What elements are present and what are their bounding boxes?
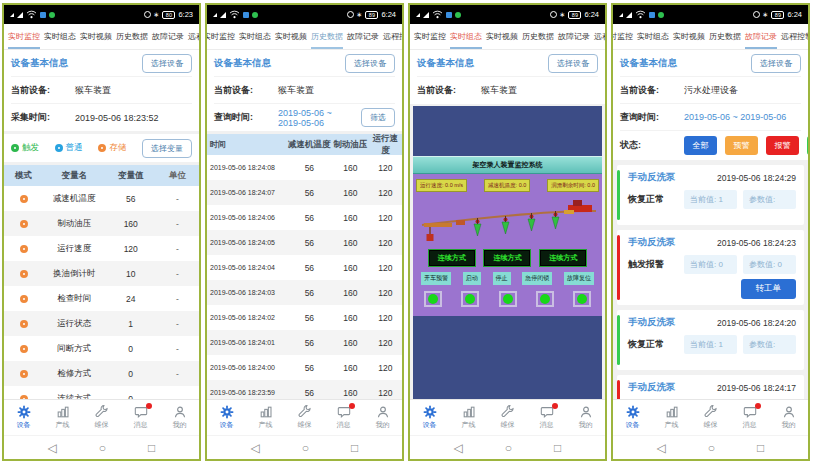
tab[interactable]: 实时监控 xyxy=(8,25,40,49)
tab[interactable]: 实时监控 xyxy=(414,25,446,49)
scada-mode-button[interactable]: 连续方式 xyxy=(540,250,586,266)
tab[interactable]: 实时组态 xyxy=(239,25,271,49)
tab[interactable]: 故障记录 xyxy=(745,25,777,49)
tab[interactable]: 故障记录 xyxy=(558,25,590,49)
to-workorder-button[interactable]: 转工单 xyxy=(741,279,797,299)
nav-maintenance[interactable]: 维保 xyxy=(285,405,324,430)
status-filter-button[interactable]: 预警 xyxy=(725,136,758,155)
scada-indicator[interactable] xyxy=(461,291,479,307)
tab[interactable]: 实时组态 xyxy=(44,25,76,49)
status-filter-button[interactable]: 恢复 xyxy=(807,136,808,155)
tab[interactable]: 实时视频 xyxy=(80,25,112,49)
tab[interactable]: 远程控制 xyxy=(781,25,808,49)
home-icon[interactable]: ○ xyxy=(505,441,512,455)
content-area: 设备基本信息 选择设备 当前设备: 猴车装置 采集时间: 2019-05-06 … xyxy=(4,50,199,399)
tab[interactable]: 实时监控 xyxy=(613,25,633,49)
notification-icon-blue xyxy=(649,12,655,18)
tab[interactable]: 实时视频 xyxy=(673,25,705,49)
nav-device[interactable]: 设备 xyxy=(410,405,449,430)
recents-icon[interactable]: □ xyxy=(148,441,155,455)
mode-toggle[interactable]: 普通 xyxy=(55,142,99,154)
select-device-button[interactable]: 选择设备 xyxy=(345,54,395,73)
nav-message[interactable]: 消息 xyxy=(324,405,363,430)
notification-icon-green xyxy=(49,12,55,18)
bluetooth-icon: ∗ xyxy=(154,11,160,18)
bluetooth-icon: ∗ xyxy=(357,11,363,18)
recents-icon[interactable]: □ xyxy=(757,441,764,455)
status-filter-button[interactable]: 报警 xyxy=(766,136,799,155)
clock-time: 6:24 xyxy=(381,10,396,19)
select-device-button[interactable]: 选择设备 xyxy=(142,54,192,73)
nav-maintenance[interactable]: 维保 xyxy=(488,405,527,430)
nav-message[interactable]: 消息 xyxy=(527,405,566,430)
back-icon[interactable]: ◁ xyxy=(48,441,57,455)
nav-mine[interactable]: 我的 xyxy=(363,405,402,430)
tab[interactable]: 故障记录 xyxy=(347,25,379,49)
variable-unit: - xyxy=(156,294,199,304)
tab[interactable]: 实时视频 xyxy=(275,25,307,49)
home-icon[interactable]: ○ xyxy=(708,441,715,455)
tab[interactable]: 历史数据 xyxy=(116,25,148,49)
scada-indicator[interactable] xyxy=(573,291,591,307)
select-variable-button[interactable]: 选择变量 xyxy=(142,139,192,158)
mode-toggle[interactable]: 存储 xyxy=(98,142,142,154)
tab[interactable]: 历史数据 xyxy=(709,25,741,49)
tab[interactable]: 远程控制 xyxy=(188,25,199,49)
tab[interactable]: 实时组态 xyxy=(450,25,482,49)
history-row: 2019-05-06 18:23:59 56 160 120 xyxy=(207,380,402,399)
history-time: 2019-05-06 18:24:02 xyxy=(207,314,287,321)
recents-icon[interactable]: □ xyxy=(351,441,358,455)
wifi-icon xyxy=(229,10,240,19)
nav-production-line[interactable]: 产线 xyxy=(246,405,285,430)
tab[interactable]: 实时监控 xyxy=(207,25,235,49)
nav-device[interactable]: 设备 xyxy=(613,405,652,430)
tab[interactable]: 实时视频 xyxy=(486,25,518,49)
status-filter-button[interactable]: 全部 xyxy=(684,136,717,155)
scada-mode-button[interactable]: 连续方式 xyxy=(484,250,530,266)
nav-production-line[interactable]: 产线 xyxy=(43,405,82,430)
bottom-nav: 设备 产线 维保 消息 我的 xyxy=(4,399,199,435)
nav-maintenance[interactable]: 维保 xyxy=(82,405,121,430)
tab[interactable]: 远程控制 xyxy=(594,25,605,49)
recents-icon[interactable]: □ xyxy=(554,441,561,455)
scada-title: 架空乘人装置监控系统 xyxy=(413,156,602,174)
tab[interactable]: 远程控制 xyxy=(383,25,402,49)
tab[interactable]: 实时组态 xyxy=(637,25,669,49)
collect-time-value: 2019-05-06 18:23:52 xyxy=(75,113,159,123)
nav-mine[interactable]: 我的 xyxy=(769,405,808,430)
fault-status: 恢复正常 xyxy=(628,338,678,351)
variable-row: 连续方式 0 - xyxy=(4,386,199,399)
scada-indicator[interactable] xyxy=(536,291,554,307)
signal-icon xyxy=(416,13,420,17)
nav-device[interactable]: 设备 xyxy=(207,405,246,430)
query-time-label: 查询时间: xyxy=(620,111,680,124)
select-device-button[interactable]: 选择设备 xyxy=(548,54,598,73)
nav-message[interactable]: 消息 xyxy=(730,405,769,430)
nav-mine[interactable]: 我的 xyxy=(566,405,605,430)
back-icon[interactable]: ◁ xyxy=(251,441,260,455)
scada-mode-button[interactable]: 连续方式 xyxy=(429,250,475,266)
select-device-button[interactable]: 选择设备 xyxy=(751,54,801,73)
device-label: 当前设备: xyxy=(11,84,71,97)
tab[interactable]: 历史数据 xyxy=(311,25,343,49)
gear-icon xyxy=(626,405,640,419)
nav-message[interactable]: 消息 xyxy=(121,405,160,430)
tab[interactable]: 历史数据 xyxy=(522,25,554,49)
gear-icon xyxy=(423,405,437,419)
home-icon[interactable]: ○ xyxy=(99,441,106,455)
nav-device[interactable]: 设备 xyxy=(4,405,43,430)
back-icon[interactable]: ◁ xyxy=(454,441,463,455)
mode-toggle[interactable]: 触发 xyxy=(11,142,55,154)
home-icon[interactable]: ○ xyxy=(302,441,309,455)
back-icon[interactable]: ◁ xyxy=(657,441,666,455)
filter-button[interactable]: 筛选 xyxy=(361,108,395,127)
scada-indicator[interactable] xyxy=(499,291,517,307)
nav-maintenance[interactable]: 维保 xyxy=(691,405,730,430)
nav-production-line[interactable]: 产线 xyxy=(449,405,488,430)
scada-indicator[interactable] xyxy=(424,291,442,307)
nav-mine[interactable]: 我的 xyxy=(160,405,199,430)
history-time: 2019-05-06 18:24:05 xyxy=(207,239,287,246)
scada-control-label: 急停闭锁 xyxy=(522,272,552,285)
nav-production-line[interactable]: 产线 xyxy=(652,405,691,430)
tab[interactable]: 故障记录 xyxy=(152,25,184,49)
